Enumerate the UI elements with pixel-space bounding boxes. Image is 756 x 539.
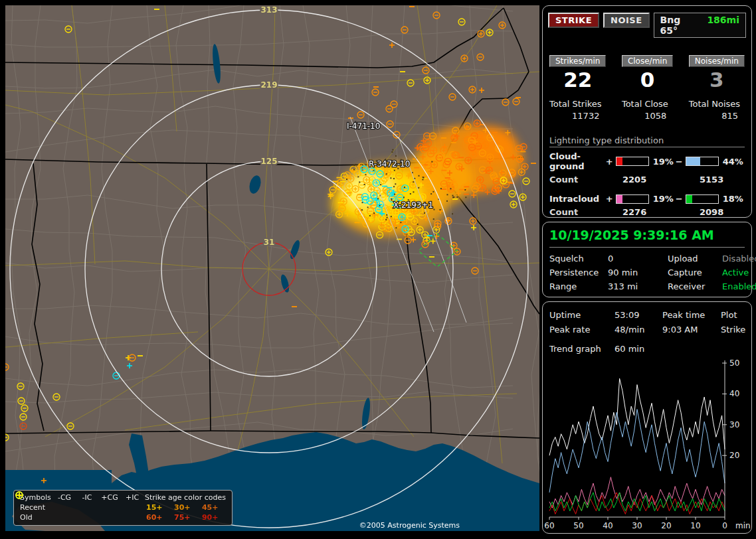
noises-per-min-value: 3 [689,68,745,91]
legend-header-ncg: -CG [53,493,76,502]
cg-pos-count: 2205 [622,175,700,185]
squelch-label: Squelch [549,254,608,264]
strike-button[interactable]: STRIKE [548,13,599,28]
bearing-readout: Bng 65° 186mi [654,13,746,38]
close-column: Close/min 0 Total Close 1058 [622,55,673,121]
persistence-value: 90 min [608,268,668,277]
x-axis-unit: min [735,521,751,530]
strikes-column: Strikes/min 22 Total Strikes 11732 [549,55,606,121]
ic-pos-count: 2276 [622,207,700,217]
rates-panel: STRIKE NOISE Bng 65° 186mi Strikes/min 2… [542,5,752,218]
x-tick-label: 10 [690,521,700,530]
noises-per-min-chip[interactable]: Noises/min [689,55,745,67]
cg-count-label: Count [549,175,622,185]
persistence-label: Persistence [549,268,608,277]
ic-neg-pct: 18% [721,194,745,204]
receiver-value: Enabled [722,281,756,291]
age-code: 60+ [143,512,171,522]
receiver-label: Receiver [668,281,722,291]
age-code: 90+ [199,512,227,522]
cloud-ground-row: Cloud-ground + 19% − 44% [549,151,745,171]
distribution-title: Lightning type distribution [549,135,745,147]
total-noises-label: Total Noises [689,99,745,109]
age-code: 30+ [171,502,199,512]
status-panel: 10/19/2025 9:39:16 AM Squelch 0 Upload D… [542,222,752,297]
cg-pos-bar [616,157,648,166]
cloud-ground-count-row: Count 2205 5153 [549,175,745,185]
total-close-value: 1058 [622,111,673,121]
legend-header-nic: -IC [76,493,98,502]
range-label: Range [549,281,608,291]
range-ring-label: 219 [260,80,277,90]
squelch-value: 0 [608,254,668,264]
x-tick-label: 40 [603,521,613,530]
minus-ic-recent-icon [76,502,98,512]
trend-chart: 504030206050403020100min [544,358,751,532]
range-ring-label: 31 [264,238,275,247]
noise-button[interactable]: NOISE [603,13,650,28]
plot-value: Strike [721,325,745,335]
cg-neg-bar [686,157,718,166]
symbols-legend: Symbols -CG -IC +CG +IC Strike age color… [13,490,233,526]
legend-header-age: Strike age color codes [143,493,227,502]
peak-time-label: Peak time [662,310,721,320]
cg-pos-pct: 19% [652,157,675,167]
legend-recent-label: Recent [19,502,53,512]
copyright-text: ©2005 Astrogenic Systems [359,521,460,530]
strikes-per-min-value: 22 [549,68,606,91]
uptime-value: 53:09 [614,310,662,320]
lightning-map[interactable]: 31321912531I-471-10R-3472-10X-2193+1 Sym… [5,5,539,531]
intracloud-label: Intracloud [549,194,605,204]
trend-graph-label: Trend graph [549,344,614,354]
minus-ic-old-icon [76,512,98,522]
peak-rate-value: 48/min [614,325,662,335]
range-value: 313 mi [608,281,668,291]
age-code: 15+ [143,502,171,512]
cg-neg-pct: 44% [721,157,745,167]
y-tick-label: 30 [729,420,739,429]
ic-pos-bar [616,194,648,204]
peak-rate-label: Peak rate [549,325,614,335]
y-tick-label: 20 [729,451,739,460]
uptime-label: Uptime [549,310,614,320]
plus-ic-old-icon [121,512,143,522]
y-tick-label: 50 [729,358,739,368]
legend-header-pcg: +CG [98,493,121,502]
capture-value: Active [722,268,756,277]
total-noises-value: 815 [689,111,745,121]
minus-sign: − [675,157,683,167]
strikes-per-min-chip[interactable]: Strikes/min [549,55,606,67]
close-per-min-chip[interactable]: Close/min [622,55,673,67]
total-strikes-label: Total Strikes [549,99,606,109]
legend-header-pic: +IC [121,493,143,502]
plus-sign: + [605,157,613,167]
ic-count-label: Count [549,207,622,217]
app-window: { "header": {"strike_btn":"STRIKE","nois… [0,0,756,539]
cloud-ground-label: Cloud-ground [549,151,605,171]
intracloud-count-row: Count 2276 2098 [549,207,745,217]
chart-series-cloud-ground-neg [549,410,725,493]
trend-panel: Uptime 53:09 Peak time Plot Peak rate 48… [542,301,752,534]
close-per-min-value: 0 [622,68,673,91]
trend-graph-value: 60 min [614,344,745,354]
chart-series-intracloud-pos [549,477,725,508]
ic-neg-count: 2098 [700,207,723,217]
storm-cell-label: X-2193+1 [393,200,433,210]
ic-pos-pct: 19% [652,194,675,204]
age-code: 45+ [199,502,227,512]
plus-cg-old-icon [98,512,121,522]
chart-series-strikes-total [549,378,725,455]
minus-cg-recent-icon [53,502,76,512]
age-code: 75+ [171,512,199,522]
peak-time-value: 9:03 AM [662,325,721,335]
bearing-label: Bng 65° [660,15,694,36]
capture-label: Capture [668,268,722,277]
legend-old-label: Old [19,512,53,522]
total-close-label: Total Close [622,99,673,109]
upload-value: Disabled [722,254,756,264]
x-tick-label: 30 [632,521,642,530]
plus-ic-recent-icon [121,502,143,512]
bearing-distance: 186mi [707,15,739,36]
range-ring-label: 313 [260,5,277,15]
storm-cell-label: I-471-10 [347,121,380,131]
